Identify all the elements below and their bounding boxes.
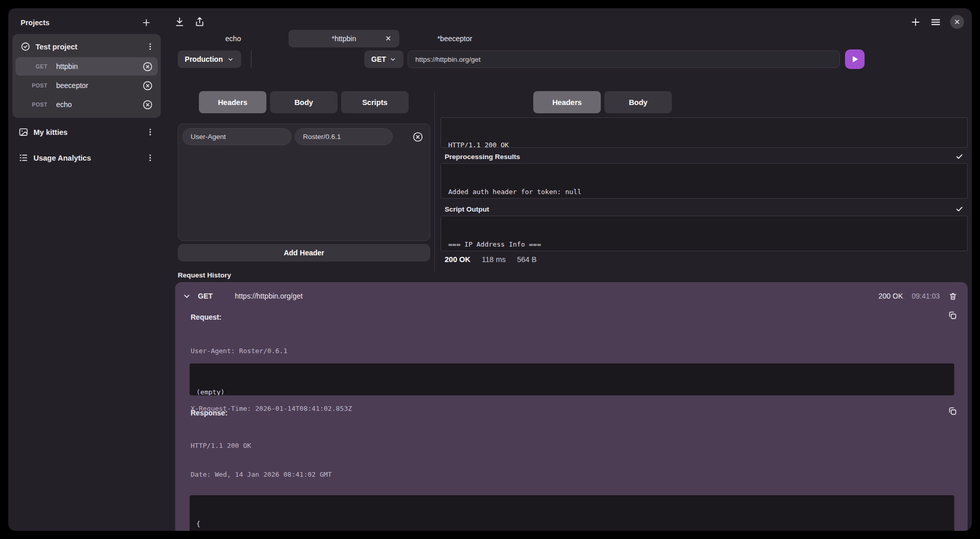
response-headers-preview[interactable]: HTTP/1.1 200 OK Date: Wed, 14 Jan 2026 0…	[441, 117, 968, 148]
close-icon	[954, 19, 960, 25]
remove-header-button[interactable]	[412, 131, 424, 143]
preprocessing-output[interactable]: Added auth header for token: null --- Re…	[441, 163, 968, 199]
copy-request-button[interactable]	[948, 310, 957, 320]
add-header-button[interactable]: Add Header	[178, 244, 430, 262]
request-method-badge: POST	[15, 101, 47, 108]
tab-response-body[interactable]: Body	[604, 91, 672, 113]
history-response-label: Response:	[191, 409, 228, 417]
send-button[interactable]	[845, 49, 865, 69]
import-button[interactable]	[174, 16, 185, 27]
sidebar-header: Projects	[12, 11, 161, 33]
tab-bar: echo *httpbin *beeceptor	[178, 30, 510, 47]
request-name: httpbin	[56, 62, 142, 71]
sidebar-request-httpbin[interactable]: GET httpbin	[15, 57, 158, 76]
tab-beeceptor[interactable]: *beeceptor	[399, 30, 510, 47]
header-key-input[interactable]	[182, 128, 292, 145]
status-code: 200 OK	[445, 255, 470, 264]
app-window: Projects Test project GET	[8, 8, 972, 531]
remove-request-button[interactable]	[142, 80, 153, 91]
request-editor-tabs: Headers Body Scripts	[199, 91, 409, 113]
response-status-bar: 200 OK 118 ms 564 B	[445, 255, 536, 264]
response-body-line: {	[196, 519, 948, 529]
history-response-body[interactable]: { "args": {}, "headers": {	[190, 495, 954, 531]
collection-name: Usage Analytics	[33, 154, 141, 162]
tab-request-scripts[interactable]: Scripts	[341, 91, 409, 113]
share-icon	[194, 16, 205, 27]
export-button[interactable]	[194, 16, 205, 27]
main-menu-button[interactable]	[930, 16, 941, 28]
response-header-line: HTTP/1.1 200 OK	[448, 141, 960, 148]
tab-echo[interactable]: echo	[178, 30, 289, 47]
tab-label: *beeceptor	[437, 34, 472, 43]
request-headers-panel	[178, 124, 430, 241]
remove-request-button[interactable]	[142, 99, 153, 110]
collection-menu-button[interactable]	[146, 153, 155, 162]
sidebar-request-echo[interactable]: POST echo	[15, 95, 158, 114]
request-name: echo	[56, 100, 142, 109]
tab-request-headers[interactable]: Headers	[199, 91, 266, 113]
request-name: beeceptor	[56, 81, 142, 90]
x-circle-icon	[412, 131, 424, 143]
toolbar-left	[174, 16, 205, 27]
check-icon	[955, 152, 964, 161]
history-entry: GET https://httpbin.org/get 200 OK 09:41…	[175, 282, 968, 531]
close-icon	[385, 35, 392, 42]
script-output-title: Script Output	[445, 205, 489, 213]
tab-httpbin[interactable]: *httpbin	[289, 30, 399, 47]
kebab-menu-icon	[146, 42, 155, 51]
copy-response-button[interactable]	[948, 406, 957, 416]
request-method-badge: POST	[15, 82, 47, 89]
project-menu-button[interactable]	[146, 42, 155, 51]
script-output-line: === IP Address Info ===	[448, 239, 960, 250]
add-project-button[interactable]	[141, 18, 151, 28]
status-duration: 118 ms	[482, 255, 505, 264]
copy-icon	[948, 310, 957, 320]
projects-title: Projects	[21, 19, 49, 27]
x-circle-icon	[142, 80, 153, 91]
url-input[interactable]	[408, 50, 840, 68]
sidebar-item-usage-analytics[interactable]: Usage Analytics	[12, 146, 161, 169]
response-tabs: Headers Body	[533, 91, 672, 113]
sidebar: Projects Test project GET	[12, 11, 161, 169]
header-row	[182, 128, 426, 145]
header-value-input[interactable]	[295, 128, 393, 145]
kebab-menu-icon	[146, 153, 155, 162]
collection-menu-button[interactable]	[146, 128, 155, 136]
kebab-menu-icon	[146, 128, 155, 136]
script-output[interactable]: === IP Address Info === IP: 195.146.105.…	[441, 216, 968, 251]
tab-request-body[interactable]: Body	[270, 91, 337, 113]
check-circle-icon	[21, 42, 30, 51]
preprocessing-section-header: Preprocessing Results	[441, 151, 968, 162]
remove-request-button[interactable]	[142, 61, 153, 72]
history-entry-header[interactable]: GET https://httpbin.org/get 200 OK 09:41…	[182, 287, 957, 305]
request-method-badge: GET	[15, 63, 47, 69]
sidebar-item-my-kitties[interactable]: My kitties	[12, 120, 161, 144]
toolbar-right	[910, 15, 964, 29]
close-window-button[interactable]	[950, 15, 964, 29]
new-tab-button[interactable]	[910, 16, 921, 28]
collapse-entry-button[interactable]	[182, 292, 191, 301]
trash-icon	[949, 292, 957, 301]
close-tab-button[interactable]	[385, 35, 392, 42]
method-dropdown[interactable]: GET	[364, 50, 403, 68]
sidebar-request-beeceptor[interactable]: POST beeceptor	[15, 76, 158, 95]
history-status: 200 OK	[878, 292, 903, 300]
response-header-line: HTTP/1.1 200 OK	[191, 441, 344, 451]
plus-icon	[141, 18, 151, 28]
project-header[interactable]: Test project	[15, 37, 158, 57]
x-circle-icon	[142, 61, 153, 72]
tab-label: echo	[225, 34, 241, 43]
list-icon	[19, 153, 28, 163]
hamburger-icon	[930, 16, 941, 28]
delete-entry-button[interactable]	[949, 292, 957, 301]
environment-dropdown[interactable]: Production	[178, 50, 241, 68]
tab-label: *httpbin	[332, 34, 356, 43]
history-method: GET	[198, 292, 213, 300]
environment-label: Production	[185, 55, 223, 63]
download-icon	[174, 16, 185, 27]
history-request-body[interactable]: (empty)	[190, 363, 954, 395]
check-icon	[955, 205, 964, 213]
x-circle-icon	[142, 99, 153, 110]
tab-response-headers[interactable]: Headers	[533, 91, 601, 113]
project-name: Test project	[36, 43, 141, 51]
